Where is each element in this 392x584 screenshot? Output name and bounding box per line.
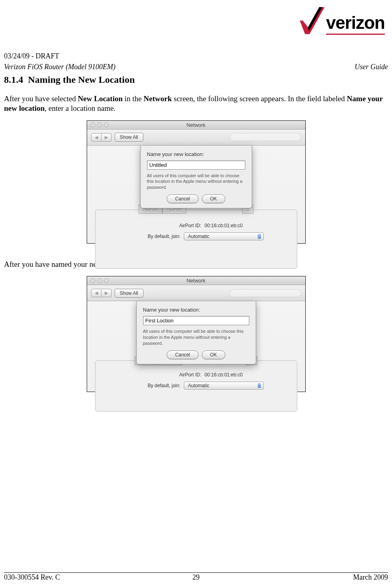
name-location-sheet: Name your new location: All users of thi… [140, 146, 252, 209]
p1-t4: , enter a location name. [45, 104, 115, 112]
search-input[interactable] [229, 133, 301, 141]
traffic-lights [90, 278, 109, 283]
background-panel: AirPort ID: 00:16:cb:01:eb:c0 By default… [95, 360, 297, 412]
minimize-icon[interactable] [97, 278, 102, 283]
minimize-icon[interactable] [97, 122, 102, 127]
sheet-description: All users of this computer will be able … [143, 328, 249, 346]
default-join-row: By default, join: Automatic [103, 382, 289, 390]
close-icon[interactable] [90, 278, 95, 283]
location-name-input[interactable] [143, 316, 249, 325]
cancel-button[interactable]: Cancel [167, 350, 198, 359]
doc-header-left: Verizon FiOS Router (Model 9100EM) [4, 63, 115, 71]
screenshot-2: Network ◀ ▶ Show All AirPort ID: 00:16:c… [87, 276, 306, 392]
page-footer: 030-300554 Rev. C 29 March 2009 [4, 573, 388, 582]
forward-button[interactable]: ▶ [101, 289, 111, 297]
background-panel: AirPort ID: 00:16:cb:01:eb:c0 By default… [95, 210, 297, 269]
default-join-value: Automatic [188, 234, 209, 239]
default-join-dropdown[interactable]: Automatic [184, 382, 264, 390]
nav-buttons[interactable]: ◀ ▶ [91, 289, 111, 297]
footer-center: 29 [193, 573, 200, 582]
close-icon[interactable] [90, 122, 95, 127]
airport-id-value: 00:16:cb:01:eb:c0 [205, 223, 243, 228]
traffic-lights [90, 122, 109, 127]
airport-id-row: AirPort ID: 00:16:cb:01:eb:c0 [103, 372, 289, 378]
p1-t2: in the [123, 94, 143, 103]
sheet-label: Name your new location: [147, 151, 245, 157]
ok-button[interactable]: OK [202, 350, 225, 359]
default-join-value: Automatic [188, 383, 209, 388]
verizon-wordmark: verizon [326, 13, 385, 35]
airport-id-row: AirPort ID: 00:16:cb:01:eb:c0 [103, 223, 289, 228]
verizon-check-icon [295, 5, 325, 35]
zoom-icon[interactable] [104, 122, 109, 127]
p1-t1: After you have selected [4, 94, 78, 103]
p1-b2: Network [143, 94, 172, 103]
window-content: AirPort ID: 00:16:cb:01:eb:c0 By default… [87, 301, 305, 393]
airport-id-label: AirPort ID: [149, 372, 201, 378]
show-all-button[interactable]: Show All [115, 133, 143, 142]
window-titlebar: Network [87, 121, 305, 130]
window-title: Network [187, 122, 206, 128]
default-join-row: By default, join: Automatic [103, 232, 289, 240]
show-all-button[interactable]: Show All [115, 289, 143, 298]
doc-header: Verizon FiOS Router (Model 9100EM) User … [4, 63, 388, 71]
airport-id-value: 00:16:cb:01:eb:c0 [205, 372, 243, 378]
airport-id-label: AirPort ID: [149, 223, 201, 228]
screenshot-1: Network ◀ ▶ Show All AirPort ID: 00:16:c… [87, 120, 306, 244]
doc-header-right: User Guide [355, 63, 388, 71]
forward-button[interactable]: ▶ [101, 133, 111, 142]
location-name-input[interactable] [147, 160, 245, 170]
sheet-label: Name your new location: [143, 307, 249, 313]
name-location-sheet: Name your new location: All users of thi… [136, 301, 256, 364]
default-join-dropdown[interactable]: Automatic [184, 232, 264, 240]
default-join-label: By default, join: [129, 234, 181, 239]
footer-right: March 2009 [353, 573, 388, 582]
footer-rule [4, 572, 388, 573]
section-number: 8.1.4 [4, 74, 23, 85]
paragraph-1: After you have selected New Location in … [4, 94, 388, 113]
svg-marker-1 [308, 7, 322, 31]
zoom-icon[interactable] [104, 278, 109, 283]
section-heading: Naming the New Location [28, 74, 135, 85]
ok-button[interactable]: OK [202, 194, 225, 203]
search-input[interactable] [229, 289, 301, 297]
toolbar: ◀ ▶ Show All [87, 130, 305, 146]
nav-buttons[interactable]: ◀ ▶ [91, 133, 111, 142]
footer-left: 030-300554 Rev. C [4, 573, 60, 582]
window-content: AirPort ID: 00:16:cb:01:eb:c0 By default… [87, 146, 305, 243]
p1-t3: screen, the following screen appears. In… [172, 94, 347, 103]
back-button[interactable]: ◀ [91, 133, 101, 142]
toolbar: ◀ ▶ Show All [87, 285, 305, 301]
section-title: 8.1.4 Naming the New Location [4, 74, 388, 85]
cancel-button[interactable]: Cancel [167, 194, 198, 203]
p1-b1: New Location [78, 94, 123, 103]
back-button[interactable]: ◀ [91, 289, 101, 297]
window-titlebar: Network [87, 276, 305, 285]
window-title: Network [187, 278, 206, 284]
default-join-label: By default, join: [129, 383, 181, 388]
sheet-description: All users of this computer will be able … [147, 173, 245, 191]
verizon-logo: verizon [295, 5, 385, 35]
